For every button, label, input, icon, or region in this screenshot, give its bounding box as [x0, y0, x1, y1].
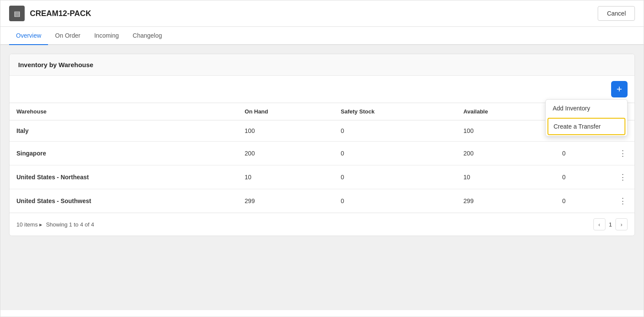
table-body: Italy 100 0 100 0 ⋮ Singapore 200 0 200 …	[10, 120, 634, 213]
add-button[interactable]: +	[611, 81, 628, 97]
cell-warehouse: United States - Southwest	[10, 189, 238, 213]
pagination: ‹ 1 ›	[593, 218, 628, 230]
col-available: Available	[457, 103, 555, 120]
tab-overview[interactable]: Overview	[9, 27, 48, 45]
create-transfer-item[interactable]: Create a Transfer	[547, 118, 625, 135]
cell-safety-stock: 0	[334, 120, 457, 142]
cell-on-hand: 100	[238, 120, 334, 142]
inventory-table: Warehouse On Hand Safety Stock Available…	[10, 103, 634, 213]
items-per-page-label: 10 items	[16, 221, 38, 228]
tab-changelog[interactable]: Changelog	[126, 27, 169, 45]
cell-incoming: 0	[555, 189, 612, 213]
footer-left: 10 items ▸ Showing 1 to 4 of 4	[16, 221, 94, 228]
header-left: ▤ CREAM12-PACK	[9, 6, 91, 21]
inventory-section: Inventory by Warehouse + Add Inventory C…	[9, 54, 635, 236]
tabs-bar: Overview On Order Incoming Changelog	[0, 27, 644, 45]
content-area: Inventory by Warehouse + Add Inventory C…	[0, 45, 644, 310]
add-inventory-item[interactable]: Add Inventory	[546, 100, 627, 117]
cell-available: 10	[457, 165, 555, 189]
showing-text: Showing 1 to 4 of 4	[46, 221, 94, 228]
app-container: ▤ CREAM12-PACK Cancel Overview On Order …	[0, 0, 644, 317]
prev-page-button[interactable]: ‹	[593, 218, 605, 230]
table-row: United States - Northeast 10 0 10 0 ⋮	[10, 165, 634, 189]
cell-warehouse: Singapore	[10, 142, 238, 165]
items-per-page-chevron: ▸	[39, 221, 42, 228]
col-on-hand: On Hand	[238, 103, 334, 120]
cell-incoming: 0	[555, 165, 612, 189]
cell-on-hand: 10	[238, 165, 334, 189]
cancel-button[interactable]: Cancel	[598, 6, 635, 21]
row-more-icon[interactable]: ⋮	[619, 197, 628, 205]
tab-incoming[interactable]: Incoming	[87, 27, 126, 45]
cell-safety-stock: 0	[334, 142, 457, 165]
cell-on-hand: 200	[238, 142, 334, 165]
table-row: United States - Southwest 299 0 299 0 ⋮	[10, 189, 634, 213]
cell-actions: ⋮	[612, 142, 634, 165]
product-icon: ▤	[9, 6, 25, 21]
cell-incoming: 0	[555, 142, 612, 165]
row-more-icon[interactable]: ⋮	[619, 149, 628, 158]
section-title: Inventory by Warehouse	[18, 61, 93, 68]
cell-warehouse: Italy	[10, 120, 238, 142]
dropdown-menu: Add Inventory Create a Transfer	[545, 99, 628, 136]
table-footer: 10 items ▸ Showing 1 to 4 of 4 ‹ 1 ›	[10, 213, 634, 236]
cell-warehouse: United States - Northeast	[10, 165, 238, 189]
col-warehouse: Warehouse	[10, 103, 238, 120]
cell-available: 100	[457, 120, 555, 142]
table-toolbar: + Add Inventory Create a Transfer	[10, 76, 634, 103]
next-page-button[interactable]: ›	[615, 218, 628, 230]
cell-available: 299	[457, 189, 555, 213]
current-page: 1	[609, 221, 612, 228]
header: ▤ CREAM12-PACK Cancel	[0, 0, 644, 27]
cell-actions: ⋮	[612, 189, 634, 213]
table-row: Italy 100 0 100 0 ⋮	[10, 120, 634, 142]
row-more-icon[interactable]: ⋮	[619, 173, 628, 181]
table-header-row: Warehouse On Hand Safety Stock Available…	[10, 103, 634, 120]
col-safety-stock: Safety Stock	[334, 103, 457, 120]
cell-safety-stock: 0	[334, 165, 457, 189]
cell-available: 200	[457, 142, 555, 165]
table-row: Singapore 200 0 200 0 ⋮	[10, 142, 634, 165]
cell-safety-stock: 0	[334, 189, 457, 213]
cell-actions: ⋮	[612, 165, 634, 189]
section-header: Inventory by Warehouse	[10, 54, 634, 76]
items-per-page-selector[interactable]: 10 items ▸	[16, 221, 42, 228]
product-title: CREAM12-PACK	[30, 9, 91, 18]
tab-on-order[interactable]: On Order	[48, 27, 87, 45]
cell-on-hand: 299	[238, 189, 334, 213]
